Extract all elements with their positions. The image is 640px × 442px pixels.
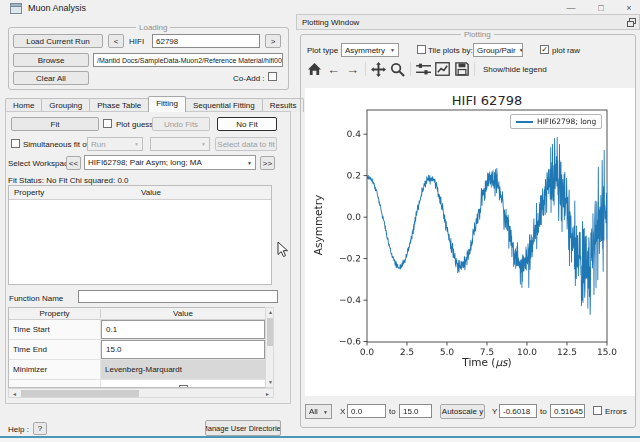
fit-to-raw-data-cell: ✓ [101,380,265,388]
co-add-label: Co-Add : [233,74,265,83]
manage-user-directories-button[interactable]: Manage User Directories [205,420,281,436]
y-range-label: Y [492,407,497,416]
close-button[interactable]: × [619,1,639,14]
simultaneous-run-dropdown[interactable]: Run▼ [87,137,143,151]
autoscale-y-button[interactable]: Autoscale y [440,404,485,419]
maximize-button[interactable]: □ [591,1,611,14]
scroll-right-icon[interactable]: ► [265,392,270,397]
tab-home[interactable]: Home [5,98,42,112]
select-data-to-fit-button[interactable]: Select data to fit [215,137,277,151]
plot-type-label: Plot type : [307,46,343,55]
table-row[interactable]: Fit To Raw Data ✓ [9,380,265,388]
time-start-value[interactable]: 0.1 [101,320,265,339]
minimize-button[interactable]: — [561,1,581,14]
select-workspace-label: Select Workspace [8,159,72,168]
function-name-input[interactable] [78,290,278,303]
y-from-input[interactable]: -0.6018 [499,404,537,418]
browse-button[interactable]: Browse [13,53,89,67]
chevron-down-icon: ▼ [247,160,252,166]
fit-function-value-header: Value [141,188,161,197]
tile-plots-checkbox[interactable] [417,45,426,54]
tile-plots-label: Tile plots by: [428,46,473,55]
to-label: to [389,407,396,416]
next-run-button[interactable]: > [265,34,281,48]
float-dock-icon[interactable] [627,18,636,29]
save-icon[interactable] [453,61,470,78]
mouse-cursor [277,241,289,260]
settings-horizontal-scrollbar[interactable]: ◄ ► [8,388,274,398]
workspace-next-button[interactable]: >> [260,156,275,170]
legend-label: HIFI62798; long [537,117,596,126]
file-path-field[interactable]: /Mantid Docs/SampleData-Muon2/Reference … [93,53,283,67]
screenshot-root: { "window": { "title": "Muon Analysis", … [0,0,640,442]
pan-icon[interactable] [370,61,387,78]
co-add-checkbox[interactable] [268,72,277,81]
settings-vertical-scrollbar[interactable]: ▲ ▼ [265,307,274,388]
tab-bar: Home Grouping Phase Table Fitting Sequen… [5,95,303,112]
tab-fitting[interactable]: Fitting [148,96,186,112]
plot-raw-checkbox[interactable]: ✓ [540,45,549,54]
customize-plot-icon[interactable] [434,61,451,78]
clear-all-button[interactable]: Clear All [13,71,89,85]
show-hide-legend-button[interactable]: Show/hide legend [479,63,551,76]
minimizer-value[interactable]: Levenberg-Marquardt [101,360,265,379]
plot-legend[interactable]: HIFI62798; long [510,114,602,129]
fit-function-table[interactable]: Property Value [8,185,272,285]
plotting-dock-titlebar[interactable]: Plotting Window [296,14,640,30]
table-row[interactable]: Time End 15.0 [9,340,265,360]
plotting-group-label: Plotting [461,30,494,39]
errors-checkbox[interactable] [593,406,602,415]
simultaneous-fit-checkbox[interactable] [11,139,20,148]
x-to-input[interactable]: 15.0 [399,404,432,418]
subplots-config-icon[interactable] [415,61,432,78]
background-window-strip [0,438,640,442]
x-from-input[interactable]: 0.0 [347,404,386,418]
loading-group-label: Loading [136,23,170,32]
figure-area[interactable]: HIFI 62798 HIFI62798; long Asymmetry Tim… [305,88,635,396]
instrument-label: HIFI [129,37,144,46]
back-icon[interactable]: ← [325,61,342,78]
range-scope-dropdown[interactable]: All▼ [305,404,332,419]
scroll-left-icon[interactable]: ◄ [12,392,17,397]
tab-grouping[interactable]: Grouping [41,98,90,112]
table-row[interactable]: Minimizer Levenberg-Marquardt [9,360,265,380]
tab-results[interactable]: Results [262,98,305,112]
fit-settings-table[interactable]: Property Value Time Start 0.1 Time End 1… [8,307,265,388]
tab-phase-table[interactable]: Phase Table [89,98,149,112]
window-title: Muon Analysis [28,3,86,13]
no-fit-button[interactable]: No Fit [217,117,277,131]
table-row[interactable]: Time Start 0.1 [9,320,265,340]
scrollbar-thumb[interactable] [21,390,139,397]
y-to-input[interactable]: 0.51645 [550,404,585,418]
asymmetry-plot-canvas[interactable] [305,88,635,396]
plot-guess-checkbox[interactable] [103,119,112,128]
plot-type-dropdown[interactable]: Asymmetry▼ [341,43,399,57]
forward-icon[interactable]: → [344,61,361,78]
undo-fits-button[interactable]: Undo Fits [152,117,210,131]
time-end-value[interactable]: 15.0 [101,340,265,359]
previous-run-button[interactable]: < [108,34,124,48]
workspace-previous-button[interactable]: << [66,156,81,170]
simultaneous-detail-dropdown[interactable]: ▼ [150,137,210,151]
tab-sequential-fitting[interactable]: Sequential Fitting [185,98,263,112]
tile-by-dropdown[interactable]: Group/Pair▼ [473,43,523,57]
load-current-run-button[interactable]: Load Current Run [13,34,103,48]
home-icon[interactable] [306,61,323,78]
help-label: Help : [8,425,29,434]
help-button[interactable]: ? [33,422,47,435]
plot-guess-label: Plot guess [116,120,153,129]
x-range-label: X [340,407,345,416]
fit-button[interactable]: Fit [11,117,99,131]
scrollbar-thumb[interactable] [267,318,273,346]
run-number-input[interactable]: 62798 [152,34,260,48]
zoom-icon[interactable] [389,61,406,78]
toolbar-separator [474,62,475,76]
workspace-dropdown[interactable]: HIFI62798; Pair Asym; long; MA▼ [84,155,256,170]
chevron-down-icon: ▼ [519,47,523,53]
settings-value-header: Value [101,309,265,318]
chevron-down-icon: ▼ [390,47,395,53]
chevron-down-icon: ▼ [201,141,206,147]
scroll-up-icon[interactable]: ▲ [268,310,273,315]
scroll-down-icon[interactable]: ▼ [268,380,273,385]
y-axis-label: Asymmetry [312,185,324,265]
